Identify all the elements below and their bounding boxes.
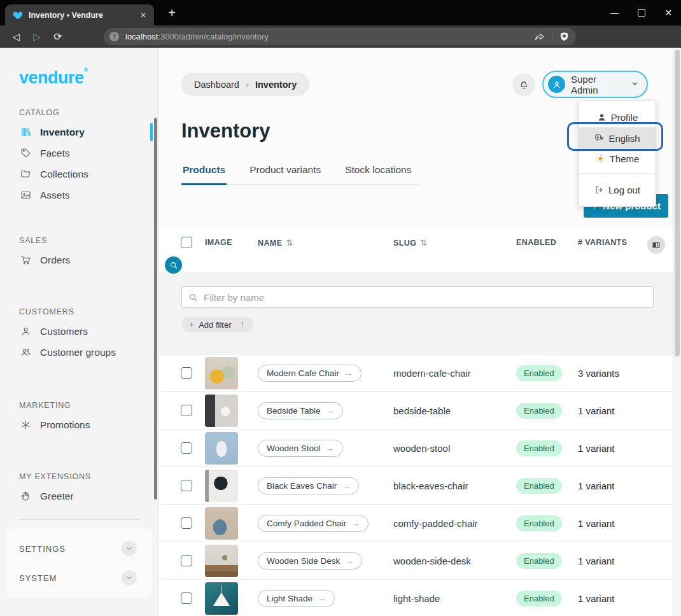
arrow-right-icon: → (326, 444, 334, 453)
search-icon (169, 261, 178, 270)
browser-toolbar: ◁ ▷ ⟳ ! localhost:3000/admin/catalog/inv… (0, 25, 681, 48)
table-row: Wooden Side Desk→ wooden-side-desk Enabl… (159, 542, 673, 580)
url-bar[interactable]: ! localhost:3000/admin/catalog/inventory (104, 28, 576, 45)
product-image[interactable] (205, 545, 238, 577)
tab-close-icon[interactable]: ✕ (139, 11, 148, 20)
product-image[interactable] (205, 395, 238, 427)
url-path: :3000/admin/catalog/inventory (158, 32, 268, 41)
menu-item-label: Theme (610, 153, 640, 164)
sidebar-section-system[interactable]: SYSTEM (6, 563, 152, 592)
product-image[interactable] (205, 470, 238, 502)
sort-icon[interactable]: ⇅ (420, 238, 427, 248)
sidebar-item-label: Facets (40, 148, 70, 159)
product-name-link[interactable]: Wooden Stool→ (258, 440, 343, 457)
page-scrollbar[interactable] (673, 48, 681, 616)
product-name-link[interactable]: Wooden Side Desk→ (258, 552, 362, 570)
row-checkbox[interactable] (181, 555, 192, 566)
product-name-link[interactable]: Comfy Padded Chair→ (258, 515, 369, 532)
minimize-button[interactable]: — (610, 8, 619, 18)
brave-shield-icon[interactable] (559, 31, 570, 43)
chevron-down-icon[interactable] (122, 570, 137, 585)
product-name: Black Eaves Chair (267, 481, 337, 491)
arrow-right-icon: → (318, 594, 326, 603)
product-image[interactable] (205, 357, 238, 389)
menu-item-logout[interactable]: Log out (579, 178, 656, 201)
menu-item-profile[interactable]: Profile (579, 108, 656, 127)
tab-product-variants[interactable]: Product variants (248, 164, 322, 184)
reload-button[interactable]: ⟳ (50, 25, 66, 48)
share-icon[interactable] (534, 31, 545, 43)
chevron-down-icon[interactable] (122, 541, 137, 556)
filter-by-name-input[interactable] (204, 292, 647, 303)
sort-icon[interactable]: ⇅ (286, 238, 293, 248)
product-name-link[interactable]: Black Eaves Chair→ (258, 477, 359, 494)
user-menu-button[interactable]: Super Admin (542, 71, 648, 98)
column-header-name[interactable]: NAME⇅ (258, 238, 293, 248)
row-checkbox[interactable] (181, 367, 192, 379)
hand-icon (20, 491, 31, 501)
table-row: Wooden Stool→ wooden-stool Enabled 1 var… (159, 430, 673, 467)
table-row: Light Shade→ light-shade Enabled 1 varia… (159, 580, 673, 616)
add-filter-button[interactable]: + Add filter ⋮ (181, 317, 253, 332)
cart-icon (20, 255, 31, 265)
tab-products[interactable]: Products (181, 164, 227, 184)
status-badge: Enabled (516, 440, 562, 456)
status-badge: Enabled (516, 515, 562, 531)
window-close-button[interactable]: ✕ (664, 8, 672, 18)
tab-stock-locations[interactable]: Stock locations (344, 164, 412, 184)
filter-panel: + Add filter ⋮ (159, 272, 673, 354)
variant-count: 1 variant (578, 556, 615, 566)
column-header-slug[interactable]: SLUG⇅ (393, 238, 428, 248)
settings-label: SETTINGS (19, 544, 66, 554)
sidebar-item-facets[interactable]: Facets (0, 143, 158, 164)
menu-divider (579, 173, 656, 174)
search-toggle-button[interactable] (165, 256, 182, 274)
product-name-link[interactable]: Bedside Table→ (258, 402, 343, 419)
variant-count: 3 variants (578, 368, 619, 379)
breadcrumb-dashboard[interactable]: Dashboard (194, 80, 239, 90)
sidebar-item-promotions[interactable]: Promotions (0, 414, 158, 435)
table-header: IMAGE NAME⇅ SLUG⇅ ENABLED # VARIANTS (159, 229, 673, 256)
table-body: Modern Cafe Chair→ modern-cafe-chair Ena… (159, 354, 673, 616)
sidebar-item-customer-groups[interactable]: Customer groups (0, 342, 158, 363)
product-image[interactable] (205, 582, 238, 615)
product-image[interactable] (205, 432, 238, 465)
sidebar-item-collections[interactable]: Collections (0, 164, 158, 185)
variant-count: 1 variant (578, 518, 615, 529)
vendure-logo[interactable]: vendure® (19, 67, 158, 88)
scrollbar-thumb[interactable] (675, 50, 680, 356)
site-info-icon[interactable]: ! (109, 32, 119, 41)
more-options-icon[interactable]: ⋮ (236, 320, 247, 330)
menu-item-label: Log out (608, 185, 640, 195)
row-checkbox[interactable] (181, 442, 192, 454)
row-checkbox[interactable] (181, 405, 192, 416)
sidebar-item-label: Assets (40, 190, 70, 201)
sidebar-item-customers[interactable]: Customers (0, 321, 158, 342)
image-icon (20, 190, 31, 200)
notifications-button[interactable] (512, 73, 535, 96)
menu-item-theme[interactable]: Theme (579, 149, 656, 169)
menu-item-language[interactable]: English (579, 127, 656, 149)
new-tab-button[interactable]: + (164, 5, 179, 20)
product-name: Bedside Table (267, 406, 321, 416)
product-name-link[interactable]: Light Shade→ (258, 590, 335, 607)
product-name-link[interactable]: Modern Cafe Chair→ (258, 365, 362, 382)
sidebar-item-assets[interactable]: Assets (0, 185, 158, 206)
browser-tab[interactable]: Inventory • Vendure ✕ (5, 4, 154, 25)
logo-text: vendure (19, 68, 84, 87)
sidebar-item-inventory[interactable]: Inventory (0, 122, 158, 143)
column-settings-button[interactable] (647, 236, 665, 254)
product-image[interactable] (205, 507, 238, 540)
sidebar-section-settings[interactable]: SETTINGS (6, 534, 152, 563)
sidebar-scrollbar[interactable] (154, 118, 157, 500)
row-checkbox[interactable] (181, 592, 192, 604)
sidebar-item-greeter[interactable]: Greeter (0, 486, 158, 507)
back-button[interactable]: ◁ (8, 25, 24, 48)
row-checkbox[interactable] (181, 517, 192, 529)
maximize-button[interactable] (638, 9, 645, 17)
row-checkbox[interactable] (181, 480, 192, 491)
select-all-checkbox[interactable] (181, 237, 192, 248)
browser-tabstrip: Inventory • Vendure ✕ + — ✕ (0, 0, 681, 25)
sidebar-item-orders[interactable]: Orders (0, 249, 158, 270)
product-name: Wooden Stool (267, 444, 321, 453)
